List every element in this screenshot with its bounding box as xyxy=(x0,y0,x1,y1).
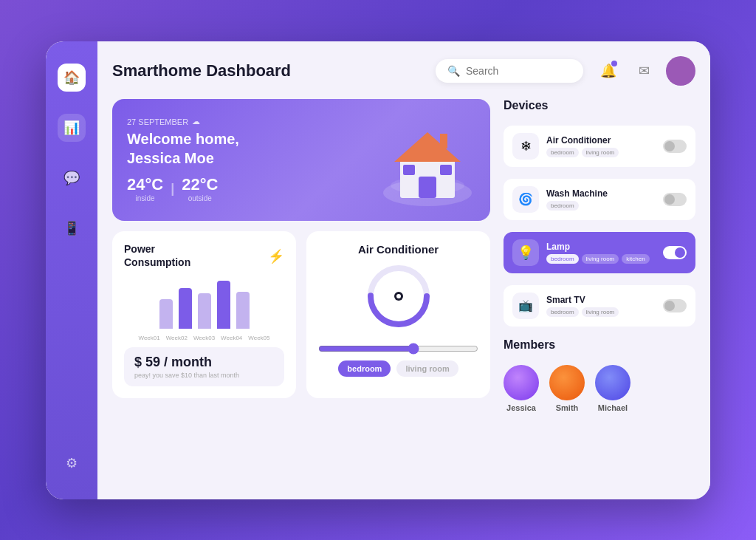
notification-dot xyxy=(611,61,617,66)
ac-tab-living-room[interactable]: living room xyxy=(396,360,458,377)
ac-dial xyxy=(365,263,432,329)
power-title: Power xyxy=(124,243,190,255)
tv-toggle[interactable] xyxy=(663,299,687,312)
washer-device-name: Wash Machine xyxy=(546,188,656,199)
bar-week01 xyxy=(159,299,173,329)
ac-device-icon: ❄ xyxy=(512,133,539,160)
welcome-banner: 27 SEPTEMBER ☁ Welcome home, Jessica Moe… xyxy=(112,99,490,221)
smith-avatar[interactable] xyxy=(549,365,585,400)
header-icons: 🔔 ✉ xyxy=(595,56,695,86)
dashboard-wrapper: 🏠 📊 💬 📱 ⚙ Smarthome Dashboard 🔍 🔔 ✉ xyxy=(46,41,710,499)
member-jessica: Jessica xyxy=(504,365,539,412)
sidebar-item-chat[interactable]: 💬 xyxy=(58,164,86,192)
right-column: Devices ❄ Air Conditioner bedroom living… xyxy=(504,99,695,485)
michael-avatar[interactable] xyxy=(595,365,630,400)
header: Smarthome Dashboard 🔍 🔔 ✉ xyxy=(112,56,695,86)
power-consumption-card: Power Consumption ⚡ xyxy=(112,231,296,398)
cloud-icon: ☁ xyxy=(192,117,200,126)
house-illustration xyxy=(379,99,475,221)
notification-bell-icon[interactable]: 🔔 xyxy=(595,58,622,84)
device-lamp: 💡 Lamp bedroom living room kitchen xyxy=(504,232,695,273)
avatar[interactable] xyxy=(666,56,695,86)
main-content: Smarthome Dashboard 🔍 🔔 ✉ xyxy=(97,41,710,499)
lamp-toggle[interactable] xyxy=(663,246,687,259)
member-michael: Michael xyxy=(595,365,630,412)
sidebar: 🏠 📊 💬 📱 ⚙ xyxy=(46,41,97,499)
device-smart-tv: 📺 Smart TV bedroom living room xyxy=(504,285,695,327)
air-conditioner-card: Air Conditioner xyxy=(306,231,490,398)
svg-rect-7 xyxy=(440,134,447,148)
ac-toggle[interactable] xyxy=(663,140,687,153)
smith-name: Smith xyxy=(556,403,579,412)
michael-name: Michael xyxy=(598,403,628,412)
ac-slider[interactable] xyxy=(318,343,478,358)
ac-range-input[interactable] xyxy=(318,343,478,355)
member-smith: Smith xyxy=(549,365,585,412)
lamp-device-icon: 💡 xyxy=(512,239,539,266)
svg-rect-6 xyxy=(440,165,452,175)
lamp-device-rooms: bedroom living room kitchen xyxy=(546,254,656,264)
cost-amount: $ 59 / month xyxy=(134,355,274,370)
ac-device-info: Air Conditioner bedroom living room xyxy=(546,135,656,157)
device-wash-machine: 🌀 Wash Machine bedroom xyxy=(504,179,695,220)
washer-toggle-knob xyxy=(664,194,675,205)
lightning-icon: ⚡ xyxy=(268,248,284,264)
body-layout: 27 SEPTEMBER ☁ Welcome home, Jessica Moe… xyxy=(112,99,695,485)
page-title: Smarthome Dashboard xyxy=(112,61,291,81)
tv-device-name: Smart TV xyxy=(546,295,656,305)
sidebar-item-home[interactable]: 🏠 xyxy=(58,64,86,92)
washer-toggle[interactable] xyxy=(663,193,687,206)
cost-box: $ 59 / month peay! you save $10 than las… xyxy=(124,347,284,386)
lamp-toggle-knob xyxy=(675,247,685,258)
svg-marker-3 xyxy=(394,132,461,162)
lamp-device-name: Lamp xyxy=(546,242,656,252)
ac-device-name: Air Conditioner xyxy=(546,135,656,146)
device-air-conditioner: ❄ Air Conditioner bedroom living room xyxy=(504,126,695,167)
washer-device-info: Wash Machine bedroom xyxy=(546,188,656,211)
lamp-device-info: Lamp bedroom living room kitchen xyxy=(546,242,656,264)
sidebar-item-settings[interactable]: ⚙ xyxy=(58,449,86,477)
cost-sub: peay! you save $10 than last month xyxy=(134,372,274,379)
jessica-name: Jessica xyxy=(506,403,536,412)
search-icon: 🔍 xyxy=(447,65,460,77)
members-row: Jessica Smith Michael xyxy=(504,365,695,412)
svg-rect-4 xyxy=(419,177,436,198)
mail-icon[interactable]: ✉ xyxy=(630,58,657,84)
bar-week04 xyxy=(217,281,230,329)
tv-toggle-knob xyxy=(664,301,675,311)
svg-point-11 xyxy=(396,294,401,298)
devices-section-title: Devices xyxy=(504,99,695,112)
tv-device-icon: 📺 xyxy=(512,293,539,319)
ac-tabs: bedroom living room xyxy=(338,360,458,377)
washer-device-rooms: bedroom xyxy=(546,201,656,211)
bar-chart xyxy=(124,277,284,329)
sidebar-item-devices[interactable]: 📱 xyxy=(58,214,86,242)
search-bar[interactable]: 🔍 xyxy=(436,59,583,83)
bar-week03 xyxy=(198,293,211,329)
tv-device-info: Smart TV bedroom living room xyxy=(546,295,656,317)
members-section-title: Members xyxy=(504,338,695,352)
power-title2: Consumption xyxy=(124,256,190,268)
bar-week02 xyxy=(179,288,192,329)
sidebar-item-analytics[interactable]: 📊 xyxy=(58,114,86,142)
left-column: 27 SEPTEMBER ☁ Welcome home, Jessica Moe… xyxy=(112,99,490,485)
bar-labels: Week01 Week02 Week03 Week04 Week05 xyxy=(124,335,284,341)
ac-title: Air Conditioner xyxy=(358,243,439,256)
svg-rect-5 xyxy=(403,165,415,175)
ac-device-rooms: bedroom living room xyxy=(546,148,656,157)
bottom-row: Power Consumption ⚡ xyxy=(112,231,490,398)
ac-tab-bedroom[interactable]: bedroom xyxy=(338,360,391,377)
tv-device-rooms: bedroom living room xyxy=(546,307,656,317)
ac-toggle-knob xyxy=(664,141,675,151)
bar-week05 xyxy=(236,292,250,329)
washer-device-icon: 🌀 xyxy=(512,186,539,213)
jessica-avatar[interactable] xyxy=(504,365,539,400)
search-input[interactable] xyxy=(466,65,569,77)
